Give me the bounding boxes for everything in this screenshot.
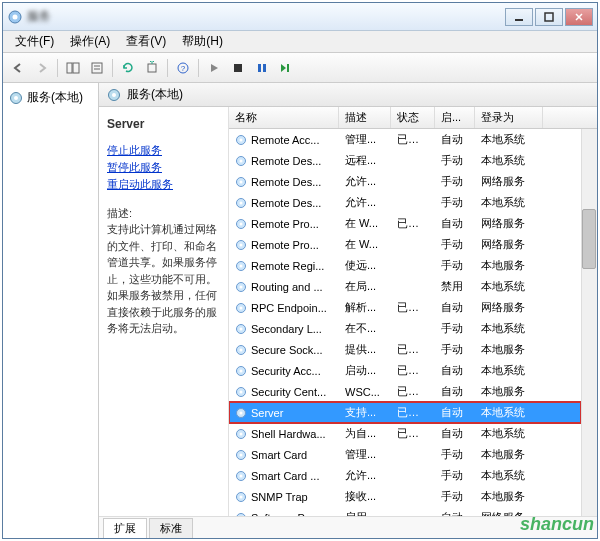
- menu-view[interactable]: 查看(V): [118, 31, 174, 52]
- svg-point-37: [240, 306, 243, 309]
- title-buttons: [505, 8, 593, 26]
- restart-service-button[interactable]: [275, 57, 297, 79]
- service-row[interactable]: Remote Pro...在 W...手动网络服务: [229, 234, 581, 255]
- column-status[interactable]: 状态: [391, 107, 435, 128]
- service-desc-cell: 在不...: [339, 321, 391, 336]
- svg-point-29: [240, 222, 243, 225]
- menu-action[interactable]: 操作(A): [62, 31, 118, 52]
- service-startup-cell: 自动: [435, 426, 475, 441]
- service-name-cell: Remote Pro...: [229, 239, 339, 251]
- svg-rect-9: [148, 64, 156, 72]
- show-hide-button[interactable]: [62, 57, 84, 79]
- service-row[interactable]: Software Pro...启用...自动网络服务: [229, 507, 581, 516]
- service-startup-cell: 手动: [435, 321, 475, 336]
- svg-point-45: [240, 390, 243, 393]
- window-title: 服务: [27, 8, 505, 25]
- service-row[interactable]: Security Acc...启动...已启动自动本地系统: [229, 360, 581, 381]
- service-desc-cell: 为自...: [339, 426, 391, 441]
- svg-point-17: [14, 96, 18, 100]
- tree-root-item[interactable]: 服务(本地): [7, 87, 94, 108]
- app-icon: [7, 9, 23, 25]
- service-login-cell: 本地系统: [475, 132, 543, 147]
- scrollbar-thumb[interactable]: [582, 209, 596, 269]
- service-desc-cell: 允许...: [339, 468, 391, 483]
- service-name-cell: Remote Pro...: [229, 218, 339, 230]
- service-login-cell: 本地系统: [475, 279, 543, 294]
- service-name-cell: Routing and ...: [229, 281, 339, 293]
- service-login-cell: 网络服务: [475, 300, 543, 315]
- service-name-cell: Secure Sock...: [229, 344, 339, 356]
- column-desc[interactable]: 描述: [339, 107, 391, 128]
- description-text: 支持此计算机通过网络的文件、打印、和命名管道共享。如果服务停止，这些功能不可用。…: [107, 221, 220, 337]
- service-row[interactable]: Smart Card管理...手动本地服务: [229, 444, 581, 465]
- service-row[interactable]: Smart Card ...允许...手动本地系统: [229, 465, 581, 486]
- pause-service-link[interactable]: 暂停此服务: [107, 160, 220, 175]
- column-startup[interactable]: 启...: [435, 107, 475, 128]
- export-button[interactable]: [141, 57, 163, 79]
- minimize-button[interactable]: [505, 8, 533, 26]
- close-button[interactable]: [565, 8, 593, 26]
- list-pane: 名称 描述 状态 启... 登录为 Remote Acc...管理...已启动自…: [229, 107, 597, 516]
- service-row[interactable]: Server支持...已启动自动本地系统: [229, 402, 581, 423]
- service-row[interactable]: Remote Des...允许...手动网络服务: [229, 171, 581, 192]
- tree-pane[interactable]: 服务(本地): [3, 83, 99, 538]
- column-name[interactable]: 名称: [229, 107, 339, 128]
- service-row[interactable]: Remote Des...远程...手动本地系统: [229, 150, 581, 171]
- column-login[interactable]: 登录为: [475, 107, 543, 128]
- service-startup-cell: 自动: [435, 132, 475, 147]
- service-row[interactable]: SNMP Trap接收...手动本地服务: [229, 486, 581, 507]
- service-row[interactable]: Routing and ...在局...禁用本地系统: [229, 276, 581, 297]
- svg-rect-12: [234, 64, 242, 72]
- service-name-cell: Smart Card: [229, 449, 339, 461]
- service-list[interactable]: Remote Acc...管理...已启动自动本地系统Remote Des...…: [229, 129, 581, 516]
- service-desc-cell: 接收...: [339, 489, 391, 504]
- service-row[interactable]: Shell Hardwa...为自...已启动自动本地系统: [229, 423, 581, 444]
- tab-standard[interactable]: 标准: [149, 518, 193, 538]
- service-startup-cell: 自动: [435, 216, 475, 231]
- gear-icon: [235, 155, 247, 167]
- stop-service-link[interactable]: 停止此服务: [107, 143, 220, 158]
- stop-service-button[interactable]: [227, 57, 249, 79]
- svg-point-33: [240, 264, 243, 267]
- service-desc-cell: 允许...: [339, 195, 391, 210]
- service-row[interactable]: Secure Sock...提供...已启动手动本地服务: [229, 339, 581, 360]
- titlebar[interactable]: 服务: [3, 3, 597, 31]
- service-login-cell: 本地服务: [475, 342, 543, 357]
- services-icon: [107, 88, 121, 102]
- tab-extended[interactable]: 扩展: [103, 518, 147, 538]
- service-login-cell: 网络服务: [475, 216, 543, 231]
- service-name-cell: Server: [229, 407, 339, 419]
- detail-title: Server: [107, 117, 220, 131]
- gear-icon: [235, 302, 247, 314]
- help-button[interactable]: ?: [172, 57, 194, 79]
- service-row[interactable]: Secondary L...在不...手动本地系统: [229, 318, 581, 339]
- properties-button[interactable]: [86, 57, 108, 79]
- maximize-button[interactable]: [535, 8, 563, 26]
- service-row[interactable]: Security Cent...WSC...已启动自动本地服务: [229, 381, 581, 402]
- pause-service-button[interactable]: [251, 57, 273, 79]
- start-service-button[interactable]: [203, 57, 225, 79]
- scrollbar[interactable]: [581, 129, 597, 516]
- service-status-cell: 已启动: [391, 426, 435, 441]
- service-row[interactable]: Remote Regi...使远...手动本地服务: [229, 255, 581, 276]
- service-startup-cell: 手动: [435, 195, 475, 210]
- service-desc-cell: 在 W...: [339, 237, 391, 252]
- menu-help[interactable]: 帮助(H): [174, 31, 231, 52]
- service-name-cell: Remote Des...: [229, 176, 339, 188]
- back-button[interactable]: [7, 57, 29, 79]
- services-icon: [9, 91, 23, 105]
- gear-icon: [235, 239, 247, 251]
- service-name-cell: Remote Des...: [229, 197, 339, 209]
- service-desc-cell: 管理...: [339, 447, 391, 462]
- forward-button[interactable]: [31, 57, 53, 79]
- refresh-button[interactable]: [117, 57, 139, 79]
- service-row[interactable]: RPC Endpoin...解析...已启动自动网络服务: [229, 297, 581, 318]
- service-startup-cell: 手动: [435, 258, 475, 273]
- service-row[interactable]: Remote Des...允许...手动本地系统: [229, 192, 581, 213]
- service-desc-cell: 管理...: [339, 132, 391, 147]
- menu-file[interactable]: 文件(F): [7, 31, 62, 52]
- service-row[interactable]: Remote Pro...在 W...已启动自动网络服务: [229, 213, 581, 234]
- service-login-cell: 本地系统: [475, 426, 543, 441]
- service-row[interactable]: Remote Acc...管理...已启动自动本地系统: [229, 129, 581, 150]
- restart-service-link[interactable]: 重启动此服务: [107, 177, 220, 192]
